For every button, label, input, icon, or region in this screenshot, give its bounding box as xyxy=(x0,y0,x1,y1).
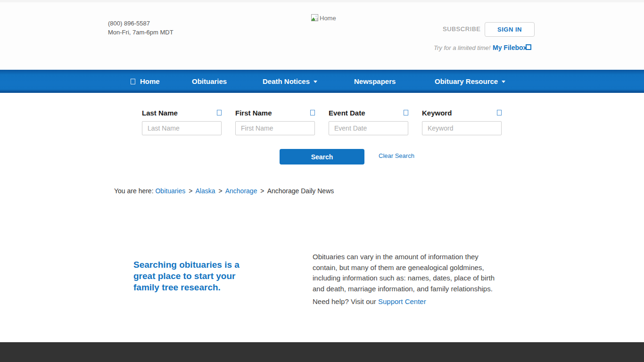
breadcrumb-separator: > xyxy=(218,187,222,195)
chevron-down-icon xyxy=(314,81,317,83)
field-keyword: Keyword xyxy=(422,109,502,135)
field-first-name: First Name xyxy=(235,109,315,135)
first-name-input[interactable] xyxy=(235,121,315,135)
nav-label-obituary-resource: Obituary Resource xyxy=(435,77,498,85)
footer xyxy=(0,342,644,362)
last-name-input[interactable] xyxy=(142,121,222,135)
event-date-input[interactable] xyxy=(329,121,408,135)
nav-item-home[interactable]: Home xyxy=(131,70,160,93)
search-button[interactable]: Search xyxy=(280,149,364,165)
nav-item-newspapers[interactable]: Newspapers xyxy=(354,70,396,93)
support-center-link[interactable]: Support Center xyxy=(378,297,426,305)
keyword-input[interactable] xyxy=(422,121,502,135)
nav-item-obituaries[interactable]: Obituaries xyxy=(192,70,227,93)
chevron-down-icon xyxy=(502,81,505,83)
nav-item-death-notices[interactable]: Death Notices xyxy=(263,70,317,93)
first-name-label: First Name xyxy=(235,109,272,117)
nav-label-death-notices: Death Notices xyxy=(263,77,310,85)
nav-label-newspapers: Newspapers xyxy=(354,77,396,85)
field-last-name: Last Name xyxy=(142,109,222,135)
content-paragraph: Obituaries can vary in the amount of inf… xyxy=(313,252,505,294)
help-prefix: Need help? Visit our xyxy=(313,297,376,305)
sign-in-button[interactable]: SIGN IN xyxy=(485,22,535,37)
subscribe-link[interactable]: SUBSCRIBE xyxy=(443,25,481,33)
breadcrumb-current: Anchorage Daily News xyxy=(267,187,334,195)
broken-image-icon xyxy=(311,14,319,22)
breadcrumb-prefix: You are here: xyxy=(114,187,154,195)
field-event-date: Event Date xyxy=(329,109,408,135)
contact-info: (800) 896-5587 Mon-Fri, 7am-6pm MDT xyxy=(108,19,173,37)
home-icon xyxy=(131,79,135,84)
nav-label-obituaries: Obituaries xyxy=(192,77,227,85)
logo-home-link[interactable]: Home xyxy=(311,14,336,22)
support-hours: Mon-Fri, 7am-6pm MDT xyxy=(108,28,173,37)
breadcrumb-separator: > xyxy=(189,187,192,195)
phone-number: (800) 896-5587 xyxy=(108,19,173,28)
keyword-label: Keyword xyxy=(422,109,452,117)
nav-item-obituary-resource[interactable]: Obituary Resource xyxy=(435,70,505,93)
info-icon[interactable] xyxy=(497,110,502,115)
promo-text: Try for a limited time! xyxy=(434,44,490,51)
nav-label-home: Home xyxy=(140,77,160,85)
event-date-label: Event Date xyxy=(329,109,365,117)
main-nav: Home Obituaries Death Notices Newspapers… xyxy=(0,70,644,93)
breadcrumb: You are here: Obituaries > Alaska > Anch… xyxy=(114,187,334,195)
breadcrumb-link-obituaries[interactable]: Obituaries xyxy=(155,187,185,195)
breadcrumb-link-alaska[interactable]: Alaska xyxy=(195,187,215,195)
logo-alt-text: Home xyxy=(320,15,336,22)
help-line: Need help? Visit our Support Center xyxy=(313,297,426,305)
info-icon[interactable] xyxy=(310,110,315,115)
last-name-label: Last Name xyxy=(142,109,178,117)
info-icon[interactable] xyxy=(404,110,408,115)
info-icon[interactable] xyxy=(217,110,222,115)
breadcrumb-separator: > xyxy=(260,187,264,195)
header: (800) 896-5587 Mon-Fri, 7am-6pm MDT Home… xyxy=(0,2,644,70)
my-filebox-link[interactable]: My Filebox xyxy=(493,44,527,51)
filebox-icon[interactable] xyxy=(526,44,531,50)
page: (800) 896-5587 Mon-Fri, 7am-6pm MDT Home… xyxy=(0,0,644,362)
content-heading: Searching obituaries is a great place to… xyxy=(133,259,250,293)
clear-search-link[interactable]: Clear Search xyxy=(379,152,414,159)
breadcrumb-link-anchorage[interactable]: Anchorage xyxy=(225,187,257,195)
